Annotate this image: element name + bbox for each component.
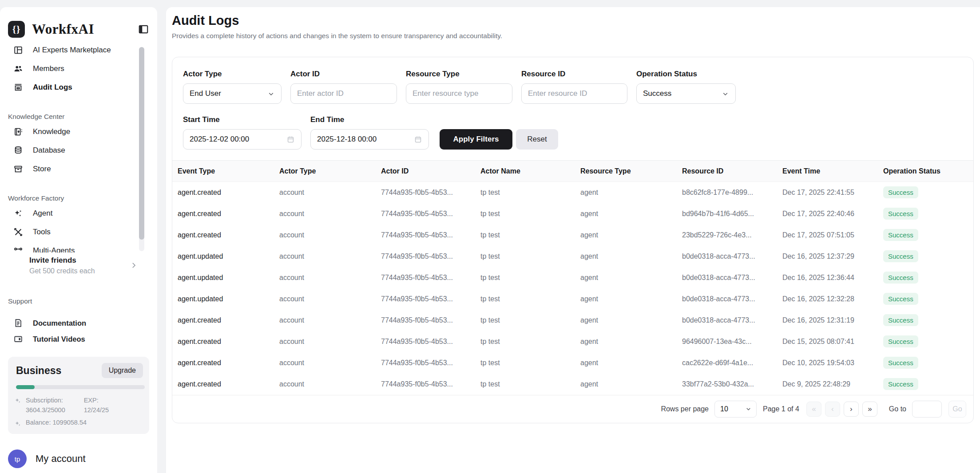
table-cell: 7744a935-f0b5-4b53... [376,331,475,352]
brand-name: WorkfxAI [32,21,94,37]
table-cell: agent [575,182,677,203]
status-badge: Success [883,272,918,284]
sidebar-nav: AI Experts Marketplace Members Audit Log… [0,41,157,252]
cell-event-type: agent.created [172,374,274,395]
table-cell: b0de0318-acca-4773... [677,246,777,267]
sidebar-item-audit-logs[interactable]: Audit Logs [0,78,157,97]
reset-button[interactable]: Reset [516,129,558,150]
cell-operation-status: Success [878,246,973,267]
upgrade-button[interactable]: Upgrade [102,363,143,378]
sidebar-item-knowledge[interactable]: Knowledge [0,122,157,141]
sidebar-item-label: Documentation [33,319,86,327]
table-cell: agent [575,331,677,352]
sidebar-item-marketplace[interactable]: AI Experts Marketplace [0,41,157,59]
table-row: agent.updatedaccount7744a935-f0b5-4b53..… [172,288,973,310]
sidebar-item-label: Tutorial Videos [33,335,85,343]
table-cell: tp test [475,352,575,374]
goto-page-input[interactable] [912,401,942,418]
sidebar-item-members[interactable]: Members [0,59,157,78]
marketplace-icon [13,45,23,55]
table-cell: Dec 17, 2025 22:40:46 [777,203,878,225]
table-cell: cac2622e-d69f-4a1e... [677,352,777,374]
balance-value: Balance: 1099058.54 [26,418,87,427]
table-cell: Dec 16, 2025 12:37:29 [777,246,878,267]
last-page-button[interactable]: » [862,402,877,417]
table-cell: Dec 15, 2025 08:07:41 [777,331,878,352]
calendar-icon [414,135,422,144]
table-row: agent.updatedaccount7744a935-f0b5-4b53..… [172,246,973,267]
resource-id-input[interactable] [528,89,621,98]
audit-logs-icon [13,83,23,92]
start-time-picker[interactable]: 2025-12-02 00:00 [183,129,302,150]
rows-per-page-label: Rows per page [661,405,709,413]
table-cell: 96496007-13ea-43c... [677,331,777,352]
section-title-knowledge-center: Knowledge Center [8,111,157,122]
table-row: agent.createdaccount7744a935-f0b5-4b53..… [172,182,973,203]
audit-table-body: agent.createdaccount7744a935-f0b5-4b53..… [172,182,973,395]
store-icon [13,164,23,174]
table-cell: account [274,267,376,288]
sidebar-scrollbar[interactable] [139,47,144,251]
actor-id-label: Actor ID [290,70,397,79]
subscription-value: 3604.3/25000 [26,405,65,415]
table-cell: Dec 10, 2025 19:54:03 [777,352,878,374]
table-cell: b8c62fc8-177e-4899... [677,182,777,203]
table-cell: Dec 9, 2025 22:48:29 [777,374,878,395]
table-cell: tp test [475,267,575,288]
invite-friends-banner[interactable]: Invite friends Get 500 credits each [0,253,157,278]
actor-type-value: End User [190,89,221,98]
sidebar-item-agent[interactable]: Agent [0,204,157,223]
sidebar-item-multi-agents[interactable]: Multi-Agents [0,241,157,252]
sidebar-collapse-icon[interactable] [138,24,149,35]
resource-type-field [406,83,512,104]
my-account[interactable]: tp My account [8,449,86,468]
status-badge: Success [883,250,918,262]
exp-label: EXP: [84,395,109,405]
table-cell: account [274,288,376,310]
table-cell: Dec 16, 2025 12:32:28 [777,288,878,310]
table-row: agent.createdaccount7744a935-f0b5-4b53..… [172,310,973,331]
video-icon [13,334,23,344]
actor-type-select[interactable]: End User [183,83,282,104]
go-button[interactable]: Go [948,401,966,418]
table-row: agent.createdaccount7744a935-f0b5-4b53..… [172,352,973,374]
end-time-value: 2025-12-18 00:00 [317,135,377,144]
status-badge: Success [883,314,918,326]
end-time-label: End Time [310,115,429,124]
table-cell: account [274,203,376,225]
sidebar-scrollbar-thumb[interactable] [139,47,144,240]
first-page-button[interactable]: « [806,402,821,417]
table-row: agent.updatedaccount7744a935-f0b5-4b53..… [172,267,973,288]
table-cell: 7744a935-f0b5-4b53... [376,352,475,374]
resource-type-input[interactable] [413,89,506,98]
documentation-icon [13,318,23,328]
table-cell: account [274,225,376,246]
next-page-button[interactable]: › [844,402,859,417]
table-cell: agent [575,225,677,246]
sidebar-item-tools[interactable]: Tools [0,223,157,241]
prev-page-button[interactable]: ‹ [825,402,840,417]
start-time-label: Start Time [183,115,302,124]
table-cell: tp test [475,374,575,395]
chevron-down-icon [745,406,752,412]
end-time-picker[interactable]: 2025-12-18 00:00 [310,129,429,150]
table-cell: 7744a935-f0b5-4b53... [376,267,475,288]
sidebar-item-tutorial-videos[interactable]: Tutorial Videos [0,331,157,347]
table-cell: Dec 16, 2025 12:36:44 [777,267,878,288]
resource-id-field [521,83,627,104]
page-description: Provides a complete history of actions a… [172,32,974,40]
actor-id-input[interactable] [297,89,390,98]
rows-per-page-select[interactable]: 10 [714,401,757,418]
sidebar-item-database[interactable]: Database [0,141,157,160]
multi-agents-icon [13,246,23,252]
table-cell: agent [575,267,677,288]
operation-status-select[interactable]: Success [636,83,736,104]
apply-filters-button[interactable]: Apply Filters [440,129,512,150]
sidebar-item-documentation[interactable]: Documentation [0,315,157,331]
sidebar-item-label: Tools [33,228,51,236]
subscription-progress-fill [16,385,35,389]
cell-event-type: agent.updated [172,246,274,267]
sidebar-item-store[interactable]: Store [0,160,157,178]
status-badge: Success [883,208,918,220]
operation-status-value: Success [643,89,671,98]
